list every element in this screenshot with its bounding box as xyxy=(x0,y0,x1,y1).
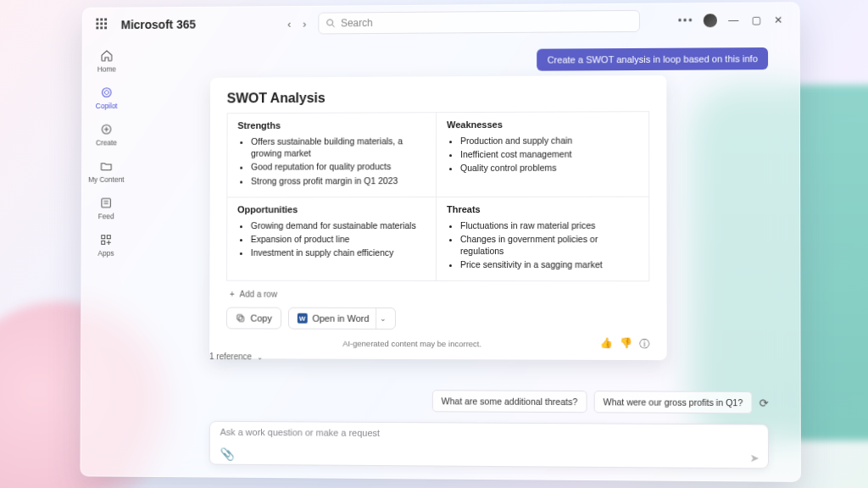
svg-point-0 xyxy=(327,19,333,25)
svg-rect-6 xyxy=(107,236,110,239)
swot-heading: Weaknesses xyxy=(447,119,638,130)
app-launcher-icon[interactable] xyxy=(96,18,109,31)
suggestion-chips: What are some additional threats? What w… xyxy=(432,390,769,413)
sidebar-item-label: My Content xyxy=(88,175,124,184)
copy-icon xyxy=(236,313,246,324)
suggestion-chip[interactable]: What were our gross profits in Q1? xyxy=(593,391,752,413)
svg-point-2 xyxy=(103,88,111,97)
swot-opportunities-cell: Opportunities Growing demand for sustain… xyxy=(227,197,437,281)
sidebar-item-feed[interactable]: Feed xyxy=(98,194,114,223)
info-icon[interactable]: ⓘ xyxy=(639,337,649,352)
swot-heading: Strengths xyxy=(237,119,426,130)
brand-label: Microsoft 365 xyxy=(121,18,196,31)
svg-rect-9 xyxy=(237,315,242,320)
svg-rect-8 xyxy=(239,317,244,322)
sidebar-item-create[interactable]: Create xyxy=(96,120,117,149)
swot-heading: Opportunities xyxy=(237,204,426,214)
word-icon: W xyxy=(298,313,308,324)
apps-icon xyxy=(98,232,114,247)
swot-item: Price sensitivity in a sagging market xyxy=(460,258,638,270)
attach-icon[interactable]: 📎 xyxy=(220,447,234,461)
search-icon xyxy=(326,18,336,28)
swot-item: Fluctuations in raw material prices xyxy=(460,219,638,231)
swot-item: Strong gross profit margin in Q1 2023 xyxy=(251,175,426,187)
chat-main: Create a SWOT analysis in loop based on … xyxy=(129,37,800,481)
home-icon xyxy=(99,48,114,64)
swot-title: SWOT Analysis xyxy=(227,89,649,106)
swot-item: Offers sustainable building materials, a… xyxy=(251,135,426,159)
swot-item: Growing demand for sustainable materials xyxy=(251,219,426,231)
open-in-word-button[interactable]: W Open in Word ⌄ xyxy=(288,308,397,330)
sidebar-item-copilot[interactable]: Copilot xyxy=(96,83,118,112)
window-maximize-icon[interactable]: ▢ xyxy=(749,14,763,26)
add-row-label: Add a row xyxy=(240,290,277,299)
swot-item: Investment in supply chain efficiency xyxy=(251,247,426,258)
svg-rect-5 xyxy=(102,236,105,239)
thumbs-up-icon[interactable]: 👍 xyxy=(600,337,613,352)
sidebar-item-label: Copilot xyxy=(96,102,118,110)
avatar[interactable] xyxy=(703,13,718,28)
nav-back-icon[interactable]: ‹ xyxy=(287,17,291,30)
refresh-suggestions-icon[interactable]: ⟳ xyxy=(760,396,769,409)
references-label: 1 reference xyxy=(209,352,252,361)
swot-item: Good reputation for quality products xyxy=(251,160,426,173)
add-row-button[interactable]: + Add a row xyxy=(230,290,649,300)
sidebar-item-label: Feed xyxy=(98,212,114,220)
swot-grid: Strengths Offers sustainable building ma… xyxy=(226,111,649,282)
thumbs-down-icon[interactable]: 👎 xyxy=(620,337,632,352)
window-minimize-icon[interactable]: — xyxy=(726,14,740,26)
svg-line-1 xyxy=(332,25,335,27)
user-message-bubble: Create a SWOT analysis in loop based on … xyxy=(537,47,768,71)
search-input[interactable]: Search xyxy=(318,10,640,35)
send-icon[interactable]: ➤ xyxy=(750,451,760,463)
swot-item: Inefficient cost management xyxy=(460,148,638,161)
ai-disclaimer: AI-generated content may be incorrect. xyxy=(342,339,481,349)
message-composer[interactable]: 📎 ➤ xyxy=(209,421,769,469)
swot-item: Quality control problems xyxy=(460,162,638,175)
app-window: Microsoft 365 ‹ › Search ••• — ▢ ✕ Home xyxy=(81,2,801,482)
sidebar-item-mycontent[interactable]: My Content xyxy=(88,157,125,186)
composer-input[interactable] xyxy=(220,427,760,441)
swot-item: Production and supply chain xyxy=(460,134,638,147)
svg-rect-7 xyxy=(102,241,105,244)
search-placeholder: Search xyxy=(341,17,373,29)
swot-item: Expansion of product line xyxy=(251,233,426,245)
sidebar-item-label: Home xyxy=(97,65,116,74)
swot-item: Changes in government policies or regula… xyxy=(460,233,638,258)
chevron-down-icon[interactable]: ⌄ xyxy=(376,308,387,329)
open-word-label: Open in Word xyxy=(312,313,369,324)
sidebar-item-home[interactable]: Home xyxy=(97,47,116,75)
swot-heading: Threats xyxy=(447,203,638,214)
window-close-icon[interactable]: ✕ xyxy=(771,14,785,26)
plus-icon: + xyxy=(230,290,235,299)
feed-icon xyxy=(98,196,114,211)
response-card: SWOT Analysis Strengths Offers sustainab… xyxy=(209,75,667,361)
sidebar: Home Copilot Create My Content Feed Apps xyxy=(81,42,131,476)
copy-label: Copy xyxy=(250,313,271,324)
sidebar-item-label: Create xyxy=(96,138,117,147)
swot-strengths-cell: Strengths Offers sustainable building ma… xyxy=(227,113,437,197)
create-icon xyxy=(99,122,114,137)
copilot-icon xyxy=(99,85,114,100)
swot-weaknesses-cell: Weaknesses Production and supply chain I… xyxy=(437,112,648,197)
chevron-down-icon: ⌄ xyxy=(258,353,264,361)
sidebar-item-apps[interactable]: Apps xyxy=(97,230,114,259)
card-actions: Copy W Open in Word ⌄ xyxy=(226,308,650,330)
more-icon[interactable]: ••• xyxy=(678,14,694,26)
sidebar-item-label: Apps xyxy=(97,249,114,258)
nav-forward-icon[interactable]: › xyxy=(303,17,306,30)
title-bar: Microsoft 365 ‹ › Search ••• — ▢ ✕ xyxy=(83,3,799,42)
feedback-controls: 👍 👎 ⓘ xyxy=(600,337,650,352)
references-toggle[interactable]: 1 reference ⌄ xyxy=(209,352,264,361)
suggestion-chip[interactable]: What are some additional threats? xyxy=(432,390,587,413)
svg-rect-4 xyxy=(102,198,110,208)
card-footer: AI-generated content may be incorrect. 👍… xyxy=(226,336,650,352)
nav-arrows: ‹ › xyxy=(287,17,306,30)
copy-button[interactable]: Copy xyxy=(226,308,281,330)
window-controls: ••• — ▢ ✕ xyxy=(678,13,791,29)
folder-icon xyxy=(99,158,114,174)
swot-threats-cell: Threats Fluctuations in raw material pri… xyxy=(437,197,648,280)
